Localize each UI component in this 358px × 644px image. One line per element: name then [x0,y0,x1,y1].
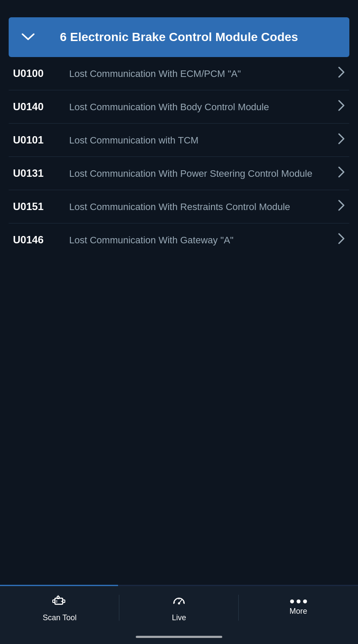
home-indicator [0,629,358,644]
more-dots-icon [290,599,307,603]
live-label: Live [172,613,186,622]
code-id: U0101 [13,134,69,146]
engine-icon [51,593,68,610]
code-id: U0146 [13,234,69,246]
svg-point-12 [178,603,180,605]
chevron-right-icon [338,133,345,147]
bottom-navigation: Scan Tool Live [0,585,358,644]
chevron-right-icon [338,200,345,214]
svg-rect-1 [53,600,55,603]
code-item-u0101[interactable]: U0101 Lost Communication with TCM [9,124,349,157]
code-id: U0151 [13,201,69,213]
chevron-right-icon [338,166,345,180]
code-item-u0140[interactable]: U0140 Lost Communication With Body Contr… [9,90,349,124]
more-label: More [289,607,307,616]
code-description: Lost Communication With Gateway "A" [69,234,334,247]
header-banner[interactable]: 6 Electronic Brake Control Module Codes [9,17,349,57]
nav-items-container: Scan Tool Live [0,586,358,629]
code-description: Lost Communication With Power Steering C… [69,167,334,180]
code-id: U0131 [13,167,69,179]
code-item-u0146[interactable]: U0146 Lost Communication With Gateway "A… [9,223,349,256]
page-title: 6 Electronic Brake Control Module Codes [60,29,298,45]
code-description: Lost Communication With Body Control Mod… [69,101,334,114]
code-description: Lost Communication With ECM/PCM "A" [69,67,334,80]
codes-list: U0100 Lost Communication With ECM/PCM "A… [9,57,349,256]
nav-item-scan-tool[interactable]: Scan Tool [0,586,119,629]
chevron-right-icon [338,100,345,114]
code-item-u0151[interactable]: U0151 Lost Communication With Restraints… [9,190,349,223]
nav-item-live[interactable]: Live [119,586,239,629]
home-bar [136,636,222,638]
nav-item-more[interactable]: More [239,586,358,629]
code-item-u0131[interactable]: U0131 Lost Communication With Power Stee… [9,157,349,190]
chevron-right-icon [338,67,345,80]
code-item-u0100[interactable]: U0100 Lost Communication With ECM/PCM "A… [9,57,349,90]
chevron-right-icon [338,233,345,247]
code-description: Lost Communication With Restraints Contr… [69,201,334,214]
code-id: U0100 [13,67,69,80]
scan-tool-label: Scan Tool [43,613,77,622]
collapse-chevron[interactable] [22,30,35,44]
code-description: Lost Communication with TCM [69,134,334,147]
speedometer-icon [171,593,187,610]
code-id: U0140 [13,101,69,113]
